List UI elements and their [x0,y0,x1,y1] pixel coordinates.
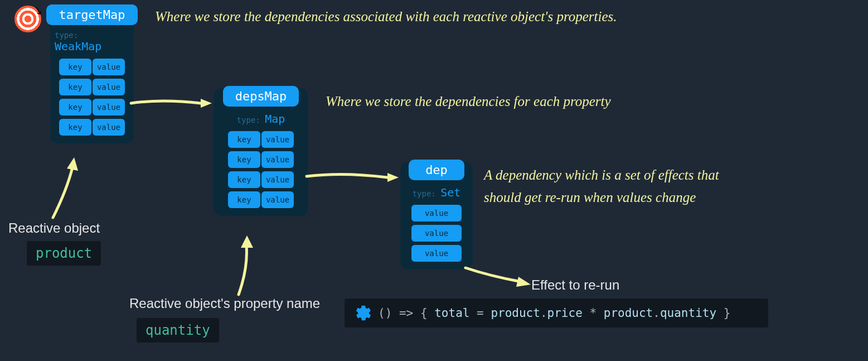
table-row: keyvalue [228,171,294,188]
dep-description-line2: should get re-run when values change [484,190,696,205]
effect-label: Effect to re-run [531,277,619,293]
property-name-label: Reactive object's property name [129,296,320,311]
dep-title: dep [409,160,464,180]
list-item: value [411,245,462,262]
table-row: keyvalue [59,79,125,95]
arrow-quantity-to-depsmap [229,234,273,299]
svg-marker-1 [387,173,399,182]
table-row: keyvalue [228,131,294,148]
dep-type: type: Set [413,186,461,199]
table-row: keyvalue [59,59,125,75]
table-row: keyvalue [228,191,294,208]
table-row: keyvalue [228,151,294,168]
list-item: value [411,205,462,222]
table-row: keyvalue [59,119,125,136]
dep-card: dep type: Set value value value [400,162,473,269]
effect-code: () => { total = product.price * product.… [345,299,768,328]
target-icon: ↘ [14,6,41,32]
svg-marker-4 [241,235,253,248]
arrow-product-to-targetmap [45,156,89,223]
depsmap-description: Where we store the dependencies for each… [326,94,611,109]
svg-marker-3 [67,157,78,171]
targetmap-type: type: WeakMap [55,31,129,53]
arrow-dep-to-effect [463,262,535,296]
reactive-object-code: product [27,241,101,266]
depsmap-type: type: Map [237,112,285,126]
arrow-depsmap-to-dep [304,166,404,189]
svg-marker-0 [201,99,212,108]
table-row: keyvalue [59,99,125,115]
depsmap-title: depsMap [223,86,299,107]
targetmap-description: Where we store the dependencies associat… [155,9,617,25]
list-item: value [411,225,462,242]
targetmap-title: targetMap [46,4,137,25]
arrow-targetmap-to-depsmap [128,92,217,114]
targetmap-card: targetMap type: WeakMap keyvalue keyvalu… [50,7,134,143]
svg-marker-2 [516,277,531,287]
gear-icon [355,304,372,322]
property-name-code: quantity [137,318,219,343]
depsmap-card: depsMap type: Map keyvalue keyvalue keyv… [214,88,308,216]
dep-description-line1: A dependency which is a set of effects t… [484,167,719,183]
